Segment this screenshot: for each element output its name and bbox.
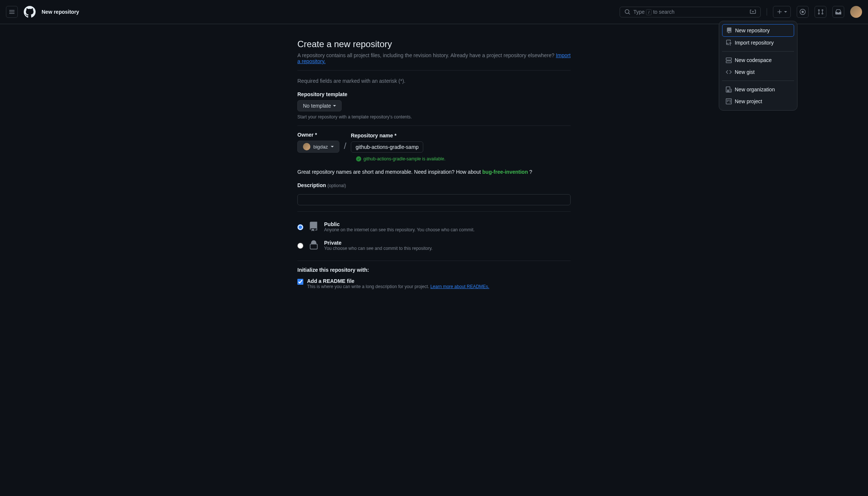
pull-requests-button[interactable]	[815, 6, 826, 18]
readme-checkbox[interactable]	[297, 279, 303, 285]
divider	[767, 8, 767, 16]
name-suggestion[interactable]: bug-free-invention	[482, 169, 528, 175]
divider	[722, 51, 794, 52]
create-new-button[interactable]	[773, 6, 791, 18]
user-avatar[interactable]	[850, 6, 862, 18]
hamburger-menu-button[interactable]	[6, 6, 18, 18]
dropdown-new-repository[interactable]: New repository	[722, 24, 794, 37]
public-title: Public	[324, 221, 474, 227]
dropdown-new-project[interactable]: New project	[722, 95, 794, 107]
inbox-icon	[835, 9, 841, 15]
plus-icon	[777, 9, 783, 15]
repo-name-label: Repository name *	[351, 133, 423, 138]
search-placeholder: Type / to search	[633, 9, 747, 15]
repo-name-input[interactable]	[351, 141, 423, 153]
issue-icon	[800, 9, 806, 15]
required-fields-note: Required fields are marked with an aster…	[297, 78, 571, 84]
divider	[297, 70, 571, 71]
divider	[297, 261, 571, 261]
readme-description: This is where you can write a long descr…	[307, 284, 489, 289]
dropdown-new-codespace[interactable]: New codespace	[722, 54, 794, 66]
readme-title: Add a README file	[307, 278, 489, 284]
page-title: New repository	[42, 9, 614, 15]
chevron-down-icon	[784, 11, 787, 13]
repo-icon	[726, 27, 732, 33]
description-label: Description (optional)	[297, 182, 571, 188]
organization-icon	[726, 87, 732, 92]
dropdown-new-gist[interactable]: New gist	[722, 66, 794, 78]
repo-icon	[309, 221, 319, 232]
page-heading: Create a new repository	[297, 39, 571, 49]
visibility-private-radio[interactable]	[297, 243, 303, 249]
notifications-button[interactable]	[832, 6, 844, 18]
codespaces-icon	[726, 57, 732, 63]
issues-button[interactable]	[797, 6, 809, 18]
chevron-down-icon	[333, 105, 336, 107]
project-icon	[726, 98, 732, 104]
search-icon	[624, 9, 630, 15]
availability-status: ✓ github-actions-gradle-sample is availa…	[356, 156, 571, 161]
hamburger-icon	[9, 9, 15, 15]
path-separator: /	[344, 141, 346, 153]
private-title: Private	[324, 240, 433, 246]
divider	[297, 211, 571, 212]
chevron-down-icon	[331, 146, 334, 147]
divider	[722, 81, 794, 81]
repo-push-icon	[726, 40, 732, 46]
owner-select[interactable]: bigdaz	[297, 141, 339, 153]
check-circle-icon: ✓	[356, 156, 361, 161]
owner-label: Owner *	[297, 132, 339, 138]
readme-learn-more-link[interactable]: Learn more about READMEs.	[430, 284, 489, 289]
command-palette-icon	[750, 9, 756, 16]
lock-icon	[309, 240, 319, 250]
owner-avatar-icon	[303, 143, 310, 150]
visibility-public-radio[interactable]	[297, 224, 303, 230]
template-label: Repository template	[297, 91, 571, 97]
divider	[297, 125, 571, 126]
pull-request-icon	[818, 9, 823, 15]
page-subtitle: A repository contains all project files,…	[297, 52, 571, 64]
initialize-heading: Initialize this repository with:	[297, 267, 571, 273]
template-select[interactable]: No template	[297, 100, 342, 111]
create-new-dropdown: New repository Import repository New cod…	[719, 21, 797, 111]
dropdown-new-organization[interactable]: New organization	[722, 84, 794, 95]
dropdown-import-repository[interactable]: Import repository	[722, 37, 794, 49]
template-hint: Start your repository with a template re…	[297, 114, 571, 120]
private-description: You choose who can see and commit to thi…	[324, 246, 433, 251]
github-logo[interactable]	[24, 6, 36, 18]
name-inspiration: Great repository names are short and mem…	[297, 169, 571, 175]
description-input[interactable]	[297, 194, 571, 205]
public-description: Anyone on the internet can see this repo…	[324, 227, 474, 232]
code-icon	[726, 69, 732, 75]
search-bar[interactable]: Type / to search	[620, 7, 761, 17]
